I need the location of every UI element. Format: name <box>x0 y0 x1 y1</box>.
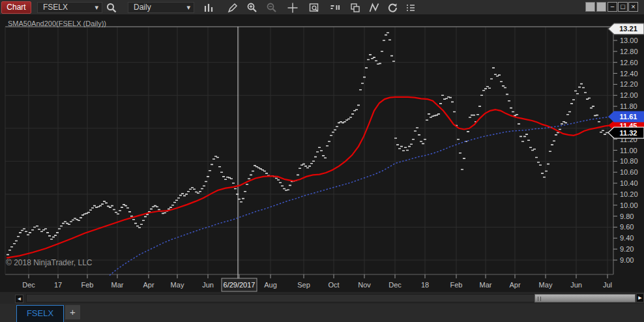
svg-text:11.61: 11.61 <box>620 113 637 121</box>
svg-text:Dec: Dec <box>22 281 35 289</box>
svg-text:Jun: Jun <box>202 281 214 289</box>
svg-text:11.80: 11.80 <box>620 102 637 110</box>
tab-strip: FSELX + <box>0 304 644 322</box>
svg-text:Apr: Apr <box>509 281 520 289</box>
svg-text:Aug: Aug <box>264 281 277 289</box>
svg-text:10.80: 10.80 <box>620 157 638 165</box>
svg-text:Apr: Apr <box>143 281 154 289</box>
svg-text:9.60: 9.60 <box>620 223 634 231</box>
scroll-right-button[interactable]: ▶ <box>636 293 644 302</box>
svg-text:12.20: 12.20 <box>620 80 638 88</box>
svg-text:Feb: Feb <box>450 281 463 289</box>
svg-text:9.20: 9.20 <box>620 245 634 253</box>
price-chart[interactable]: 13.0012.8012.6012.4012.2012.0011.8011.60… <box>0 0 644 322</box>
svg-text:12.40: 12.40 <box>620 70 638 78</box>
svg-text:13.00: 13.00 <box>620 37 638 44</box>
svg-text:10.00: 10.00 <box>620 201 638 209</box>
svg-text:© 2018 NinjaTrader, LLC: © 2018 NinjaTrader, LLC <box>6 258 93 267</box>
svg-text:9.40: 9.40 <box>620 234 634 242</box>
h-scrollbar-thumb[interactable] <box>534 294 636 302</box>
scroll-left-button[interactable]: ◄ <box>15 295 23 303</box>
svg-text:Jun: Jun <box>570 281 582 289</box>
svg-text:9.80: 9.80 <box>620 212 634 220</box>
svg-text:SMA50And200(FSELX (Daily)): SMA50And200(FSELX (Daily)) <box>8 20 106 27</box>
chart-window: Chart FSELX ▾ Daily ▾ −□× 13.0012.8012.6… <box>0 0 644 322</box>
svg-text:10.60: 10.60 <box>620 168 638 176</box>
svg-text:Dec: Dec <box>388 281 402 289</box>
svg-text:10.20: 10.20 <box>620 190 638 198</box>
add-tab-button[interactable]: + <box>65 305 80 319</box>
svg-text:Jul: Jul <box>603 281 612 289</box>
svg-text:12.60: 12.60 <box>620 59 638 66</box>
svg-text:13.21: 13.21 <box>619 25 637 33</box>
svg-text:Mar: Mar <box>480 281 492 289</box>
svg-text:Mar: Mar <box>111 281 124 289</box>
svg-text:11.32: 11.32 <box>620 129 637 137</box>
svg-text:Oct: Oct <box>328 281 339 289</box>
scrollbar-grip <box>538 297 541 301</box>
svg-text:12.00: 12.00 <box>620 91 638 99</box>
tab-fselx[interactable]: FSELX <box>16 305 64 322</box>
svg-text:18: 18 <box>421 281 429 289</box>
svg-text:Sep: Sep <box>297 281 310 289</box>
svg-text:10.40: 10.40 <box>620 179 638 187</box>
svg-text:11.00: 11.00 <box>620 147 637 154</box>
svg-text:12.80: 12.80 <box>620 48 638 55</box>
scroll-strip: ◄ ▶ <box>0 292 644 304</box>
svg-text:Feb: Feb <box>81 281 94 289</box>
svg-text:May: May <box>171 281 184 289</box>
svg-text:Nov: Nov <box>358 281 371 289</box>
svg-text:17: 17 <box>54 281 62 289</box>
svg-text:9.00: 9.00 <box>620 256 634 264</box>
svg-text:May: May <box>539 281 553 289</box>
svg-text:6/29/2017: 6/29/2017 <box>224 281 256 289</box>
